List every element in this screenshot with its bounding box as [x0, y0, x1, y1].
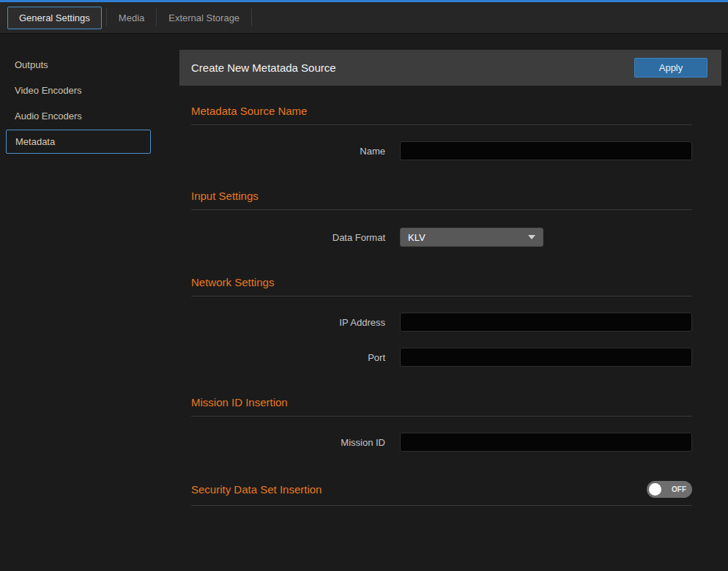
- tab-media[interactable]: Media: [107, 7, 156, 29]
- section-heading-input-settings: Input Settings: [191, 190, 692, 202]
- tab-separator: [251, 9, 252, 26]
- name-label: Name: [179, 146, 385, 157]
- sidebar: Outputs Video Encoders Audio Encoders Me…: [0, 34, 179, 569]
- section-divider: [191, 209, 692, 210]
- sidebar-item-audio-encoders[interactable]: Audio Encoders: [0, 104, 179, 128]
- section-heading-network-settings: Network Settings: [191, 276, 692, 288]
- toggle-state-label: OFF: [661, 485, 686, 493]
- apply-button[interactable]: Apply: [634, 58, 707, 78]
- ip-address-label: IP Address: [179, 317, 385, 328]
- sidebar-item-video-encoders[interactable]: Video Encoders: [0, 78, 179, 102]
- metadata-form: Metadata Source Name Name Input Settings…: [179, 105, 692, 506]
- section-divider: [191, 505, 692, 506]
- data-format-label: Data Format: [179, 232, 385, 243]
- chevron-down-icon: [528, 235, 535, 239]
- toggle-knob-icon: [649, 483, 661, 496]
- section-heading-security-data-set-insertion: Security Data Set Insertion: [191, 483, 322, 496]
- mission-id-label: Mission ID: [179, 437, 385, 448]
- security-data-set-row: Security Data Set Insertion OFF: [179, 481, 692, 498]
- name-input[interactable]: [400, 141, 692, 160]
- sidebar-item-outputs[interactable]: Outputs: [0, 53, 179, 77]
- port-label: Port: [179, 352, 385, 363]
- main-content: Create New Metatada Source Apply Metadat…: [179, 34, 728, 569]
- section-divider: [191, 296, 692, 296]
- top-tab-bar: General Settings Media External Storage: [0, 0, 728, 34]
- mission-id-input[interactable]: [400, 433, 692, 452]
- data-format-row: Data Format KLV: [179, 228, 692, 247]
- panel-header: Create New Metatada Source Apply: [179, 50, 721, 86]
- tab-general-settings[interactable]: General Settings: [7, 7, 102, 29]
- ip-address-input[interactable]: [400, 313, 692, 332]
- security-data-set-toggle[interactable]: OFF: [647, 481, 692, 498]
- data-format-dropdown[interactable]: KLV: [400, 228, 543, 247]
- name-row: Name: [179, 141, 692, 160]
- section-divider: [191, 124, 692, 125]
- sidebar-item-metadata[interactable]: Metadata: [6, 130, 151, 154]
- port-input[interactable]: [400, 348, 692, 367]
- page-title: Create New Metatada Source: [191, 61, 634, 74]
- port-row: Port: [179, 348, 692, 367]
- section-divider: [191, 416, 692, 417]
- mission-id-row: Mission ID: [179, 433, 692, 452]
- section-heading-mission-id-insertion: Mission ID Insertion: [191, 396, 692, 408]
- data-format-selected-value: KLV: [408, 232, 528, 243]
- ip-address-row: IP Address: [179, 313, 692, 332]
- section-heading-metadata-source-name: Metadata Source Name: [191, 105, 692, 117]
- tab-external-storage[interactable]: External Storage: [157, 7, 251, 29]
